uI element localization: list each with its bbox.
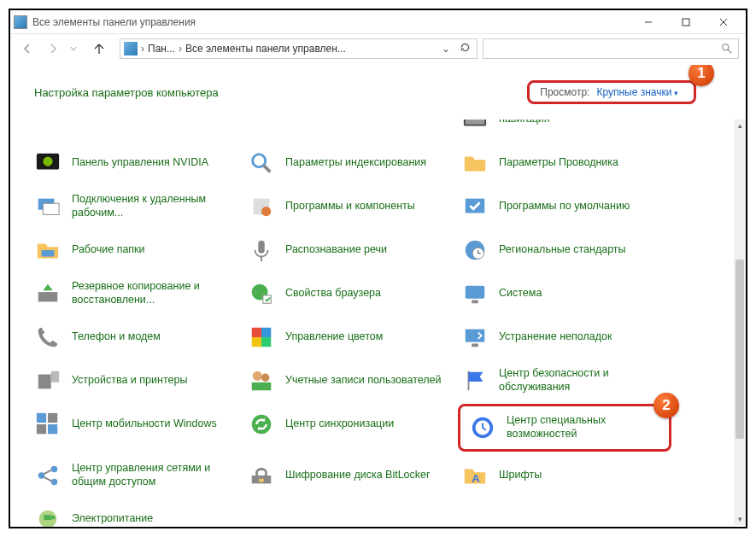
list-item[interactable]: Региональные стандарты xyxy=(458,230,671,270)
svg-rect-17 xyxy=(42,250,55,257)
svg-rect-27 xyxy=(252,327,261,336)
list-item[interactable]: Центр мобильности Windows xyxy=(31,404,244,444)
list-item[interactable]: Электропитание xyxy=(31,499,244,527)
list-item[interactable]: Параметры Проводника xyxy=(458,143,671,183)
up-button[interactable] xyxy=(89,38,109,59)
view-selector[interactable]: Просмотр: Крупные значки 1 xyxy=(527,80,696,104)
list-item[interactable]: Управление цветом xyxy=(244,317,458,357)
list-item[interactable]: Панель управления NVIDIA xyxy=(31,143,244,183)
item-label: Рабочие папки xyxy=(72,243,145,257)
search-icon xyxy=(246,148,277,178)
list-item[interactable]: Распознавание речи xyxy=(244,230,458,270)
svg-rect-40 xyxy=(48,412,57,422)
svg-point-36 xyxy=(261,373,269,381)
item-label: Устранение неполадок xyxy=(499,330,612,344)
list-item[interactable]: Свойства браузера xyxy=(244,273,458,313)
view-value[interactable]: Крупные значки xyxy=(596,86,678,98)
svg-rect-28 xyxy=(261,327,271,336)
forward-button[interactable] xyxy=(43,38,63,59)
list-item[interactable]: Центр безопасности и обслуживания xyxy=(458,360,671,400)
refresh-button[interactable] xyxy=(456,42,473,55)
scroll-up-button[interactable]: ▴ xyxy=(734,120,746,131)
chevron-right-icon[interactable]: › xyxy=(139,43,146,55)
svg-rect-25 xyxy=(466,285,485,298)
nvidia-icon xyxy=(32,148,63,178)
maximize-button[interactable] xyxy=(667,12,705,32)
list-item[interactable]: Центр управления сетями и общим доступом xyxy=(31,455,244,495)
list-item[interactable]: Телефон и модем xyxy=(31,317,244,357)
item-label: Учетные записи пользователей xyxy=(285,374,442,388)
scroll-track[interactable] xyxy=(734,131,746,513)
close-button[interactable] xyxy=(705,12,742,32)
item-label: Центр синхронизации xyxy=(285,417,394,431)
sync-icon xyxy=(246,409,277,440)
troubleshoot-icon xyxy=(460,322,490,353)
bitlocker-icon xyxy=(246,460,277,491)
list-item[interactable]: Подключения к удаленным рабочим... xyxy=(31,186,244,226)
list-item-highlighted[interactable]: Центр специальных возможностей 2 xyxy=(458,404,671,452)
chevron-right-icon[interactable]: › xyxy=(177,43,184,55)
svg-point-9 xyxy=(43,156,52,166)
svg-rect-41 xyxy=(37,424,46,434)
power-icon xyxy=(32,504,63,528)
folder-icon xyxy=(460,148,490,178)
breadcrumb-seg-2[interactable]: Все элементы панели управлен... xyxy=(185,43,346,55)
item-label: Центр мобильности Windows xyxy=(72,417,217,431)
minimize-button[interactable] xyxy=(630,12,667,32)
recent-dropdown[interactable] xyxy=(68,38,79,59)
item-label: Центр управления сетями и общим доступом xyxy=(72,462,236,488)
item-label: Устройства и принтеры xyxy=(72,374,187,388)
list-item[interactable]: A Шрифты xyxy=(458,455,671,495)
list-item[interactable]: Учетные записи пользователей xyxy=(244,360,458,400)
internet-options-icon xyxy=(246,278,277,309)
scroll-thumb[interactable] xyxy=(735,260,744,439)
item-label: Центр безопасности и обслуживания xyxy=(499,367,663,394)
breadcrumb-icon xyxy=(124,42,138,55)
breadcrumb[interactable]: › Пан... › Все элементы панели управлен.… xyxy=(120,38,478,59)
settings-header: Настройка параметров компьютера Просмотр… xyxy=(10,65,746,111)
vertical-scrollbar[interactable]: ▴ ▾ xyxy=(734,120,746,525)
item-label: Система xyxy=(499,287,542,301)
list-item[interactable]: Устранение неполадок xyxy=(458,317,671,357)
item-label: Резервное копирование и восстановлени... xyxy=(72,280,236,306)
list-item[interactable]: Центр синхронизации xyxy=(244,404,458,444)
titlebar: Все элементы панели управления xyxy=(10,10,746,34)
page-title: Настройка параметров компьютера xyxy=(34,86,219,99)
list-item[interactable]: Устройства и принтеры xyxy=(31,360,244,400)
list-item[interactable]: Резервное копирование и восстановлени... xyxy=(31,273,244,313)
items-grid: навигация Панель управления NVIDIA Парам… xyxy=(10,120,734,527)
item-label: Шифрование диска BitLocker xyxy=(285,469,430,482)
svg-rect-42 xyxy=(48,424,57,434)
search-icon xyxy=(721,43,733,55)
list-item[interactable]: Система xyxy=(458,273,671,313)
svg-rect-39 xyxy=(37,412,46,422)
svg-rect-13 xyxy=(43,203,59,214)
list-item[interactable]: навигация xyxy=(458,120,671,139)
back-button[interactable] xyxy=(17,38,38,59)
svg-rect-50 xyxy=(256,469,266,476)
list-item[interactable]: Программы по умолчанию xyxy=(458,186,671,226)
address-dropdown[interactable]: ⌄ xyxy=(437,43,454,55)
list-item[interactable]: Программы и компоненты xyxy=(244,186,458,226)
svg-rect-24 xyxy=(263,295,271,302)
scroll-down-button[interactable]: ▾ xyxy=(734,513,746,525)
remote-icon xyxy=(32,191,63,222)
search-input[interactable] xyxy=(483,38,739,59)
svg-point-43 xyxy=(252,414,272,434)
list-item[interactable]: Рабочие папки xyxy=(31,230,244,270)
view-label: Просмотр: xyxy=(540,86,589,98)
window-title: Все элементы панели управления xyxy=(32,16,630,28)
item-label: Центр специальных возможностей xyxy=(507,414,662,441)
window: Все элементы панели управления › Пан... … xyxy=(9,9,747,528)
svg-rect-54 xyxy=(44,515,51,520)
list-item[interactable]: Параметры индексирования xyxy=(244,143,458,183)
breadcrumb-seg-1[interactable]: Пан... xyxy=(148,43,175,55)
svg-rect-30 xyxy=(261,337,271,347)
item-label: Подключения к удаленным рабочим... xyxy=(72,193,236,219)
control-panel-icon xyxy=(14,15,27,29)
ease-of-access-icon xyxy=(467,412,498,443)
globe-clock-icon xyxy=(460,235,490,266)
list-item[interactable]: Шифрование диска BitLocker xyxy=(244,455,458,495)
svg-rect-22 xyxy=(38,292,58,301)
defaults-icon xyxy=(460,191,490,222)
